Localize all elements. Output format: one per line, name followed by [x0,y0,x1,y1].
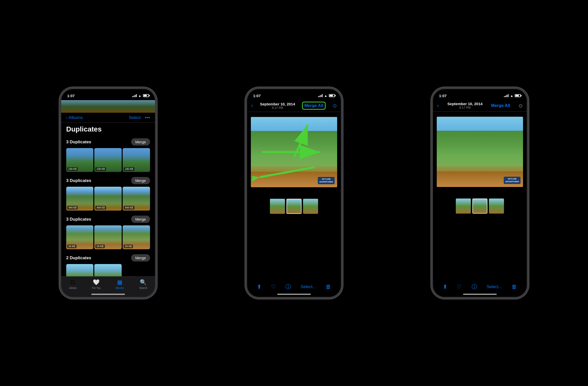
merge-button-4[interactable]: Merge [131,254,150,262]
strip-img-3-3 [489,199,504,214]
select-button-2[interactable]: Select... [301,284,316,289]
photo-thumb-3-2[interactable]: 34 KB [94,225,122,249]
merge-button-1[interactable]: Merge [131,138,150,146]
group-title-3: 3 Duplicates [66,217,91,222]
select-button[interactable]: Select [129,115,140,120]
share-button-3[interactable]: ⬆ [443,284,447,290]
wifi-icon-3: ▲ [510,94,513,98]
strip-thumb-3-2[interactable] [472,199,487,214]
tab-search[interactable]: 🔍 Search [136,279,151,289]
library-icon: ⊡ [70,279,75,286]
duplicate-group-1: 3 Duplicates Merge 230 KB 230 KB 230 KB [61,135,155,174]
phone-1: 1:07 ▲ ‹ Albums Select ••• [59,87,157,299]
tab-library[interactable]: ⊡ Library [65,279,80,289]
photo-thumb-1-1[interactable]: 230 KB [66,148,94,172]
main-photo-area-2[interactable]: SKYLINEADVENTURES [247,112,341,195]
photo-size-1-1: 230 KB [67,167,78,171]
strip-thumb-2-3[interactable] [303,199,318,214]
battery-icon-2 [329,94,335,97]
photo-size-2-1: 444 KB [67,206,78,210]
merge-button-2[interactable]: Merge [131,177,150,184]
tab-for-you[interactable]: 🤍 For You [89,279,104,289]
info-button-3[interactable]: ⓘ [472,283,477,291]
strip-thumb-3-1[interactable] [456,199,471,214]
signal-icon-3 [504,94,508,97]
tab-search-label: Search [139,287,147,289]
info-button-2[interactable]: ⓘ [285,283,291,291]
notch [92,89,124,97]
trees [251,131,337,166]
more-button[interactable]: ••• [145,115,150,120]
photo-thumb-2-2[interactable]: 444 KB [94,187,122,211]
search-icon: 🔍 [140,279,146,286]
strip-thumb-2-2[interactable] [286,199,302,214]
strip-img-2-1 [270,199,285,214]
nav-center-2: September 10, 2014 8:17 PM [260,102,295,110]
photo-thumb-3-3[interactable]: 34 KB [123,225,150,249]
nav-bar-albums: ‹ Albums Select ••• [61,113,155,123]
nav-center-3: September 10, 2014 8:17 PM [448,102,483,109]
delete-button-2[interactable]: 🗑 [326,284,331,290]
photo-row-1: 230 KB 230 KB 230 KB [66,148,150,172]
tab-for-you-label: For You [92,287,101,289]
duplicate-group-3: 3 Duplicates Merge 34 KB 34 KB 34 KB [61,213,155,251]
photo-size-2-3: 444 KB [124,206,134,210]
top-photo-strip [61,100,155,113]
bottom-toolbar-2: ⬆ ♡ ⓘ Select... 🗑 [247,283,341,291]
photo-size-1-3: 230 KB [124,167,134,171]
notch-2 [278,89,310,97]
photo-row-2: 444 KB 444 KB 444 KB [66,187,150,211]
photo-thumb-1-2[interactable]: 230 KB [94,148,122,172]
skyline-logo-2: SKYLINEADVENTURES [318,177,335,184]
photo-thumb-3-1[interactable]: 34 KB [66,225,94,249]
share-button-2[interactable]: ⬆ [257,284,261,290]
back-button-3[interactable]: ‹ [437,102,439,109]
home-indicator-1 [91,294,125,295]
photo-thumb-4-1[interactable] [66,264,94,277]
merge-button-3[interactable]: Merge [131,216,150,223]
merge-all-button-2[interactable]: Merge All [304,103,323,108]
merge-all-button-3[interactable]: Merge All [491,103,510,108]
trees-3 [437,131,523,166]
signal-icon [132,94,137,97]
status-icons-2: ▲ [318,94,335,98]
back-button[interactable]: ‹ Albums [66,115,83,120]
photo-size-3-1: 34 KB [67,244,77,248]
photo-thumb-2-3[interactable]: 444 KB [123,187,150,211]
favorite-button-3[interactable]: ♡ [457,284,462,290]
tab-albums-label: Albums [116,287,124,289]
screen-2: 1:07 ▲ ‹ September 10, 2014 8:17 PM Merg… [247,89,341,297]
photo-thumb-1-3[interactable]: 230 KB [123,148,150,172]
photo-size-3-2: 34 KB [95,244,105,248]
photo-size-1-2: 230 KB [95,167,106,171]
photo-thumb-2-1[interactable]: 444 KB [66,187,94,211]
thumbnail-strip-3 [433,195,527,216]
group-header-3: 3 Duplicates Merge [66,216,150,223]
strip-thumb-3-3[interactable] [489,199,504,214]
status-icons-1: ▲ [132,94,149,98]
time-2: 1:07 [253,94,261,98]
back-button-2[interactable]: ‹ [251,102,253,109]
group-header-2: 3 Duplicates Merge [66,177,150,184]
photo-thumb-4-2[interactable] [94,264,122,277]
status-icons-3: ▲ [504,94,521,98]
more-button-3[interactable]: ⊙ [519,103,523,109]
main-photo-3[interactable]: SKYLINEADVENTURES [437,117,523,187]
tab-library-label: Library [69,287,77,289]
delete-button-3[interactable]: 🗑 [511,284,517,290]
more-button-2[interactable]: ⊙ [333,103,337,109]
tab-albums[interactable]: ▦ Albums [112,279,127,289]
main-photo-2[interactable]: SKYLINEADVENTURES [251,117,337,187]
wifi-icon: ▲ [138,94,141,98]
group-title-1: 3 Duplicates [66,140,91,145]
group-title-2: 3 Duplicates [66,178,91,183]
main-photo-area-3[interactable]: SKYLINEADVENTURES [433,112,527,195]
wifi-icon-2: ▲ [324,94,327,98]
select-button-3[interactable]: Select... [487,284,502,289]
strip-thumb-2-1[interactable] [270,199,285,214]
thumbnail-strip-2 [247,195,341,216]
duplicate-group-4: 2 Duplicates Merge [61,251,155,279]
favorite-button-2[interactable]: ♡ [271,284,276,290]
group-header-1: 3 Duplicates Merge [66,138,150,146]
home-indicator-3 [463,294,497,295]
